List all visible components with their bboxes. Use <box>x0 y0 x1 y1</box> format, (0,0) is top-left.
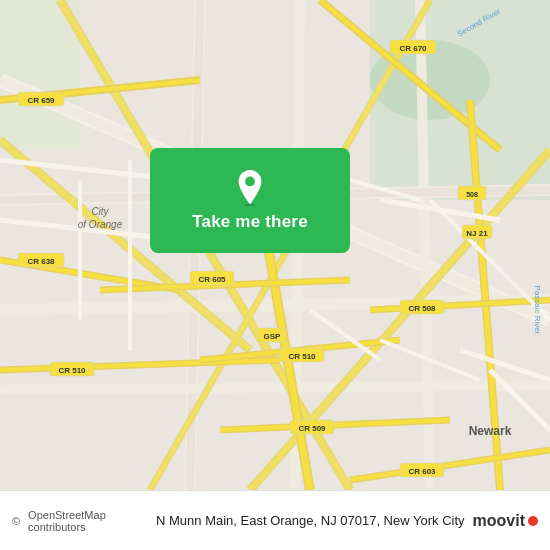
svg-text:CR 670: CR 670 <box>399 44 427 53</box>
location-pin-icon <box>232 170 268 206</box>
svg-text:CR 659: CR 659 <box>27 96 55 105</box>
svg-line-12 <box>0 385 550 390</box>
svg-text:City: City <box>91 206 109 217</box>
svg-text:GSP: GSP <box>264 332 282 341</box>
svg-text:CR 509: CR 509 <box>298 424 326 433</box>
svg-text:508: 508 <box>466 191 478 198</box>
moovit-logo: moovit <box>473 512 538 530</box>
copyright-icon: © <box>12 515 20 527</box>
svg-point-84 <box>245 176 255 186</box>
moovit-dot-icon <box>528 516 538 526</box>
svg-text:CR 508: CR 508 <box>408 304 436 313</box>
svg-text:CR 510: CR 510 <box>288 352 316 361</box>
svg-line-42 <box>350 450 550 480</box>
svg-text:CR 603: CR 603 <box>408 467 436 476</box>
moovit-brand-text: moovit <box>473 512 525 530</box>
svg-text:Newark: Newark <box>469 424 512 438</box>
copyright-text: OpenStreetMap contributors <box>28 509 148 533</box>
svg-text:of Orange: of Orange <box>78 219 123 230</box>
svg-text:Passaic River: Passaic River <box>533 286 542 335</box>
svg-rect-2 <box>0 0 80 150</box>
location-text: N Munn Main, East Orange, NJ 07017, New … <box>156 513 465 528</box>
svg-text:CR 638: CR 638 <box>27 257 55 266</box>
map-container: CR 659 CR 670 CR 638 CR 605 CR 510 CR 51… <box>0 0 550 490</box>
svg-text:CR 605: CR 605 <box>198 275 226 284</box>
svg-text:CR 510: CR 510 <box>58 366 86 375</box>
take-me-there-button[interactable]: Take me there <box>150 148 350 253</box>
button-label: Take me there <box>192 212 308 232</box>
svg-text:NJ 21: NJ 21 <box>466 229 488 238</box>
bottom-bar: © OpenStreetMap contributors N Munn Main… <box>0 490 550 550</box>
